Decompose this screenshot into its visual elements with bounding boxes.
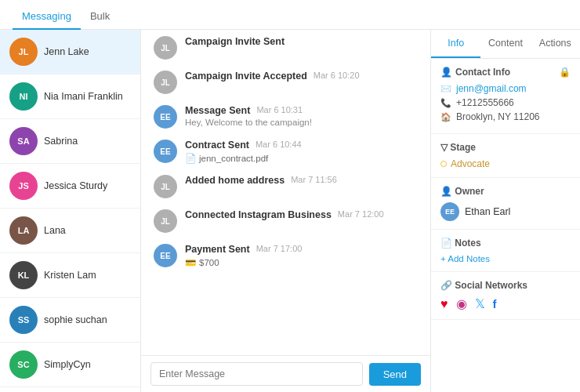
msg-row: Connected Instagram Business Mar 7 12:00 — [185, 209, 418, 220]
message-feed: JL Campaign Invite Sent JL Campaign Invi… — [141, 30, 431, 392]
stage-badge[interactable]: Advocate — [440, 158, 571, 169]
tab-messaging[interactable]: Messaging — [13, 4, 81, 30]
email-row: ✉️ jenn@gmail.com — [440, 83, 571, 94]
info-tabs: Info Content Actions — [431, 30, 580, 59]
msg-avatar: JL — [154, 175, 177, 198]
msg-time: Mar 6 10:44 — [256, 140, 302, 149]
msg-title: Payment Sent — [185, 244, 250, 255]
message-item: EE Contract Sent Mar 6 10:44 📄jenn_contr… — [154, 140, 418, 164]
msg-avatar: JL — [154, 209, 177, 233]
facebook-icon[interactable]: f — [493, 297, 497, 310]
phone-value: +1212555666 — [456, 97, 514, 108]
messages-area: JL Campaign Invite Sent JL Campaign Invi… — [141, 30, 430, 355]
msg-avatar: EE — [154, 105, 177, 129]
contact-avatar: LA — [9, 216, 38, 245]
tab-content[interactable]: Content — [480, 30, 530, 58]
owner-row: EE Ethan Earl — [440, 202, 571, 221]
msg-file: 📄jenn_contract.pdf — [185, 153, 418, 164]
contact-avatar: JL — [9, 38, 38, 66]
msg-avatar: JL — [154, 36, 177, 60]
pinterest-icon[interactable]: ♥ — [440, 297, 448, 311]
msg-subtitle: Hey, Welcome to the campaign! — [185, 118, 418, 127]
tab-info[interactable]: Info — [431, 30, 480, 58]
msg-title: Connected Instagram Business — [185, 209, 332, 220]
contact-item-sophie-suchan[interactable]: SS sophie suchan — [0, 298, 140, 343]
message-item: JL Added home address Mar 7 11:56 — [154, 175, 418, 198]
file-icon: 📄 — [185, 153, 196, 164]
msg-content: Campaign Invite Sent — [185, 36, 418, 47]
location-icon: 🏠 — [440, 112, 451, 122]
notes-section: 📄 Notes + Add Notes — [431, 230, 580, 272]
stage-title: ▽ Stage — [440, 142, 571, 153]
contact-item-dani-roche[interactable]: DR Dani Roche — [0, 387, 140, 392]
contact-name: sophie suchan — [44, 314, 107, 325]
contact-item-kristen-lam[interactable]: KL Kristen Lam — [0, 253, 140, 298]
msg-title: Contract Sent — [185, 140, 249, 151]
lock-icon: 🔒 — [559, 67, 571, 78]
msg-avatar: JL — [154, 71, 177, 94]
msg-title: Added home address — [185, 175, 285, 186]
msg-content: Payment Sent Mar 7 17:00 💳$700 — [185, 244, 418, 268]
contacts-list: JL Jenn Lake NI Nia Imani Franklin SA Sa… — [0, 30, 141, 392]
msg-row: Added home address Mar 7 11:56 — [185, 175, 418, 186]
message-item: JL Campaign Invite Accepted Mar 6 10:20 — [154, 71, 418, 94]
owner-section: 👤 Owner EE Ethan Earl — [431, 178, 580, 230]
location-row: 🏠 Brooklyn, NY 11206 — [440, 111, 571, 122]
contact-name: Jenn Lake — [44, 46, 89, 57]
msg-content: Message Sent Mar 6 10:31 Hey, Welcome to… — [185, 105, 418, 127]
message-item: JL Connected Instagram Business Mar 7 12… — [154, 209, 418, 233]
contact-item-sabrina[interactable]: SA Sabrina — [0, 119, 140, 164]
stage-value: Advocate — [451, 158, 490, 169]
msg-time: Mar 7 12:00 — [338, 209, 384, 219]
message-item: EE Message Sent Mar 6 10:31 Hey, Welcome… — [154, 105, 418, 129]
contact-item-nia-imani-franklin[interactable]: NI Nia Imani Franklin — [0, 74, 140, 119]
contact-name: Jessica Sturdy — [44, 180, 107, 191]
owner-avatar: EE — [440, 202, 459, 221]
contact-avatar: SS — [9, 306, 38, 334]
stage-dot — [440, 161, 447, 167]
msg-row: Contract Sent Mar 6 10:44 — [185, 140, 418, 151]
msg-content: Connected Instagram Business Mar 7 12:00 — [185, 209, 418, 220]
message-input[interactable] — [150, 362, 363, 386]
send-button[interactable]: Send — [369, 363, 421, 386]
location-value: Brooklyn, NY 11206 — [456, 111, 540, 122]
add-notes-button[interactable]: + Add Notes — [440, 254, 571, 263]
twitter-icon[interactable]: 𝕏 — [475, 296, 485, 311]
phone-row: 📞 +1212555666 — [440, 97, 571, 108]
contact-item-lana[interactable]: LA Lana — [0, 209, 140, 253]
stage-section: ▽ Stage Advocate — [431, 134, 580, 178]
msg-title: Message Sent — [185, 105, 250, 116]
info-panel: Info Content Actions 👤Contact Info 🔒 ✉️ … — [431, 30, 580, 392]
notes-title: 📄 Notes — [440, 238, 571, 249]
payment-icon: 💳 — [185, 257, 196, 268]
contact-avatar: SA — [9, 127, 38, 155]
message-item: JL Campaign Invite Sent — [154, 36, 418, 60]
tab-bulk[interactable]: Bulk — [81, 4, 119, 30]
contact-item-simplycyn[interactable]: SC SimplyCyn — [0, 343, 140, 387]
instagram-icon[interactable]: ◉ — [456, 296, 467, 311]
msg-title: Campaign Invite Accepted — [185, 71, 307, 82]
email-link[interactable]: jenn@gmail.com — [456, 83, 527, 94]
msg-row: Campaign Invite Sent — [185, 36, 418, 47]
social-icons-row: ♥ ◉ 𝕏 f — [440, 296, 571, 311]
contact-name: Kristen Lam — [44, 270, 96, 281]
contact-name: Lana — [44, 225, 66, 236]
contact-item-jessica-sturdy[interactable]: JS Jessica Sturdy — [0, 164, 140, 209]
msg-content: Added home address Mar 7 11:56 — [185, 175, 418, 186]
msg-row: Campaign Invite Accepted Mar 6 10:20 — [185, 71, 418, 82]
top-navigation: Messaging Bulk — [0, 0, 580, 30]
msg-row: Message Sent Mar 6 10:31 — [185, 105, 418, 116]
tab-actions[interactable]: Actions — [531, 30, 580, 58]
msg-avatar: EE — [154, 244, 177, 267]
contact-item-jenn-lake[interactable]: JL Jenn Lake — [0, 30, 140, 74]
msg-file: 💳$700 — [185, 257, 418, 268]
message-item: EE Payment Sent Mar 7 17:00 💳$700 — [154, 244, 418, 268]
msg-time: Mar 6 10:31 — [256, 105, 303, 114]
main-content: JL Jenn Lake NI Nia Imani Franklin SA Sa… — [0, 30, 580, 392]
msg-title: Campaign Invite Sent — [185, 36, 285, 47]
msg-time: Mar 7 17:00 — [256, 244, 303, 253]
message-input-area: Send — [141, 355, 430, 392]
msg-content: Campaign Invite Accepted Mar 6 10:20 — [185, 71, 418, 82]
msg-time: Mar 6 10:20 — [314, 71, 360, 80]
social-networks-section: 🔗 Social Networks ♥ ◉ 𝕏 f — [431, 272, 580, 320]
